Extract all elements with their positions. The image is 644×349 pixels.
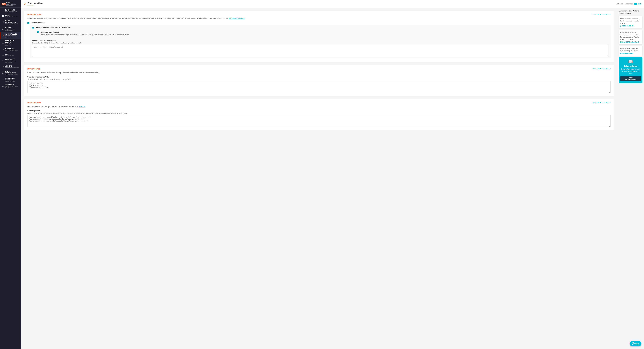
title-underline	[28, 6, 33, 6]
nav-label-dashboard: DASHBOARD	[5, 9, 19, 11]
sidebar-item-cdn[interactable]: ☁ CDN CDN integrieren	[0, 52, 21, 58]
right-sidebar-title: Ladezeiten deiner Website korrekt messen	[619, 10, 642, 15]
nav-sub-cache: Cache-Grundfunktionen	[5, 16, 19, 18]
nav-icon-werkzeuge: ↩	[2, 79, 4, 81]
fonts-field-label: Fonts to preload	[28, 110, 610, 112]
nav-label-cache-fullen: CACHE FÜLLEN	[5, 33, 19, 35]
sidebar-item-medien[interactable]: 🖼 MEDIEN LazyLoad, emojis, embeds, WebP	[0, 26, 21, 32]
info-card-2-text: Lerne, wie du bewährte Techniken einsetz…	[620, 32, 641, 40]
nav-label-werkzeuge: WERKZEUGE	[5, 77, 19, 79]
fonts-help-circle-icon: ⊙	[592, 102, 594, 104]
sitemap-checkbox[interactable]	[32, 27, 34, 29]
nav-sub-cache-fullen: Generate cache files, preload fonts	[5, 35, 19, 38]
nav-label-cache: CACHE	[5, 15, 19, 16]
sidebar-toggle-switch[interactable]: AN	[634, 3, 641, 5]
preload-cache-title: Preload Cache	[28, 13, 42, 16]
nav-sub-tutorials: Getting started and how to videos	[5, 86, 19, 88]
sidebar-item-datei-optimierung[interactable]: ⊞ DATEI-OPTIMIERUNG CSS und JS optimiere…	[0, 19, 21, 26]
nav-label-tutorials: TUTORIALS	[5, 84, 19, 86]
help-fab-button[interactable]: ? Help	[630, 341, 641, 346]
dns-prefetch-help-link[interactable]: ⊙ BRAUCHST DU HILFE?	[592, 68, 610, 70]
toggle-bg[interactable]	[634, 3, 638, 5]
main-area: ↺ Cache füllen Seitenleiste einblenden A…	[21, 0, 644, 349]
activate-preloading-checkbox[interactable]	[28, 22, 29, 24]
anleitung-link[interactable]: LIES UNSERE ANLEITUNG	[620, 41, 641, 43]
activate-preloading-item: Activate Preloading	[28, 22, 610, 24]
nav-icon-cache-fullen: ↺	[2, 35, 4, 37]
rank-math-desc: Offensichtlich existiert eine durch das …	[40, 34, 129, 36]
nav-label-datenbank: DATENBANK	[5, 48, 19, 50]
wp-rocket-dashboard-link[interactable]: WP Rocket Dashboard	[228, 18, 245, 20]
preload-cache-desc: When you enable preloading WP Rocket wil…	[28, 17, 610, 20]
nav-icon-add-ons: ⊕	[2, 66, 4, 68]
page-title: Cache füllen	[28, 2, 44, 5]
sidebar-item-heartbeat[interactable]: ♡ HEARTBEAT Control WordPress Heartbeat …	[0, 58, 21, 64]
dns-help-circle-icon: ⊙	[592, 68, 594, 70]
preload-fonts-help-link[interactable]: ⊙ BRAUCHST DU HILFE?	[592, 102, 610, 104]
dns-urls-textarea[interactable]: //pixel.wp.com //stats.wp.com //geolocat…	[28, 81, 610, 93]
sitemap-nested-section: Sitemap-basiertes Füllen des Cache aktiv…	[30, 25, 610, 59]
right-sidebar: Ladezeiten deiner Website korrekt messen…	[617, 8, 644, 349]
sitemaps-textarea[interactable]	[32, 45, 609, 57]
nav-icon-medien: 🖼	[2, 28, 4, 30]
nav-label-erweiterte-regeln: ERWEITERTE REGELN	[5, 40, 19, 43]
nav-sub-erweiterte-regeln: Cache-Regeln abstimmen	[5, 43, 19, 46]
sidebar-item-tutorials[interactable]: ▶ TUTORIALS Getting started and how to v…	[0, 83, 21, 90]
nav-icon-cdn: ☁	[2, 54, 4, 56]
nav-sub-heartbeat: Control WordPress Heartbeat API	[5, 60, 19, 63]
nav-sub-datenbank: Aufräumen, optimieren	[5, 50, 19, 51]
more-info-link[interactable]: More info	[79, 106, 85, 108]
sitemaps-field-sub: Sitemap-Dateien (XML), die für das Fülle…	[32, 42, 609, 44]
sidebar-item-add-ons[interactable]: ⊕ ADD-ONS Erweiterungen aktivieren	[0, 64, 21, 69]
doc-card-button[interactable]: LIES DIE DOKUMENTATION	[620, 76, 641, 81]
nav-sub-dashboard: Konto-Übersicht, Hilfe	[5, 11, 19, 12]
rank-math-label: Rank Math XML sitemap	[40, 31, 59, 33]
nav-sub-datei-optimierung: CSS und JS optimieren	[5, 23, 19, 25]
nav-icon-cache: 📄	[2, 15, 4, 17]
sidebar-item-cache-fullen[interactable]: ↺ CACHE FÜLLEN Generate cache files, pre…	[0, 32, 21, 39]
sidebar-item-image-optimization[interactable]: 🖼 IMAGE OPTIMIZATION Compress your image…	[0, 69, 21, 76]
dns-prefetch-title: DNS-Prefetch	[28, 68, 40, 70]
nav-icon-datenbank: 🗄	[2, 49, 4, 51]
fonts-textarea[interactable]: /wp-content/themes/newsblock/assets/stat…	[28, 115, 610, 127]
sitemaps-field: Sitemaps für das Cache-Füllen Sitemap-Da…	[32, 40, 609, 57]
nav-icon-erweiterte-regeln: ☰	[2, 42, 4, 44]
sidebar-navigation: ⌂ DASHBOARD Konto-Übersicht, Hilfe 📄 CAC…	[0, 8, 21, 349]
logo-text: ROCKET	[6, 2, 19, 4]
info-card-1: Check our tutorial and learn how to meas…	[619, 16, 642, 29]
nav-sub-medien: LazyLoad, emojis, embeds, WebP	[5, 28, 19, 31]
book-icon: 📖	[620, 59, 641, 64]
help-circle-icon: ⊙	[592, 14, 594, 16]
sidebar-item-dashboard[interactable]: ⌂ DASHBOARD Konto-Übersicht, Hilfe	[0, 8, 21, 13]
nav-sub-add-ons: Erweiterungen aktivieren	[5, 67, 19, 68]
sidebar-item-cache[interactable]: 📄 CACHE Cache-Grundfunktionen	[0, 13, 21, 19]
rank-math-nested: Rank Math XML sitemap Offensichtlich exi…	[35, 30, 609, 39]
mehr-erfahren-link[interactable]: MEHR ERFAHREN	[620, 53, 641, 54]
info-card-3: Warum Google PageSpeed nicht unbedingt r…	[619, 46, 642, 56]
nav-label-cdn: CDN	[5, 53, 19, 55]
dns-urls-label: Vorzeitig aufzulösende URLs	[28, 76, 610, 78]
page-header-left: ↺ Cache füllen	[24, 2, 44, 6]
rank-math-checkbox[interactable]	[37, 31, 39, 33]
preload-fonts-title: Preload Fonts	[28, 102, 41, 104]
sidebar-item-datenbank[interactable]: 🗄 DATENBANK Aufräumen, optimieren	[0, 47, 21, 52]
nav-icon-dashboard: ⌂	[2, 10, 4, 12]
sidebar: WP ROCKET Superior WordPress Performance…	[0, 0, 21, 349]
rank-math-checkbox-item: Rank Math XML sitemap Offensichtlich exi…	[37, 31, 607, 36]
logo-sub: Superior WordPress Performance	[6, 4, 19, 6]
fonts-field-sub: Specify urls of the font files to be pre…	[28, 112, 610, 114]
help-fab-icon: ?	[632, 342, 634, 345]
nav-label-add-ons: ADD-ONS	[5, 65, 19, 67]
preload-fonts-help-label: BRAUCHST DU HILFE?	[594, 102, 610, 103]
sidebar-item-werkzeuge[interactable]: ↩ WERKZEUGE Import, Export, Wiederherste…	[0, 76, 21, 83]
preload-fonts-header: Preload Fonts ⊙ BRAUCHST DU HILFE?	[28, 102, 610, 104]
activate-preloading-label: Activate Preloading	[30, 22, 46, 24]
documentation-card: 📖 Dokumentation Ein guter Ausgangspunkt,…	[619, 57, 642, 83]
content-area: Preload Cache ⊙ BRAUCHST DU HILFE? When …	[21, 8, 644, 349]
page-header-icon: ↺	[24, 2, 26, 6]
dns-prefetch-desc: Kann das Laden externer Dateien beschleu…	[28, 72, 610, 74]
nav-label-medien: MEDIEN	[5, 27, 19, 28]
preload-cache-help-link[interactable]: ⊙ BRAUCHST DU HILFE?	[592, 14, 610, 16]
sidebar-item-erweiterte-regeln[interactable]: ☰ ERWEITERTE REGELN Cache-Regeln abstimm…	[0, 39, 21, 47]
video-ansehen-link[interactable]: ▶ VIDEO ANSEHEN.	[620, 25, 641, 27]
